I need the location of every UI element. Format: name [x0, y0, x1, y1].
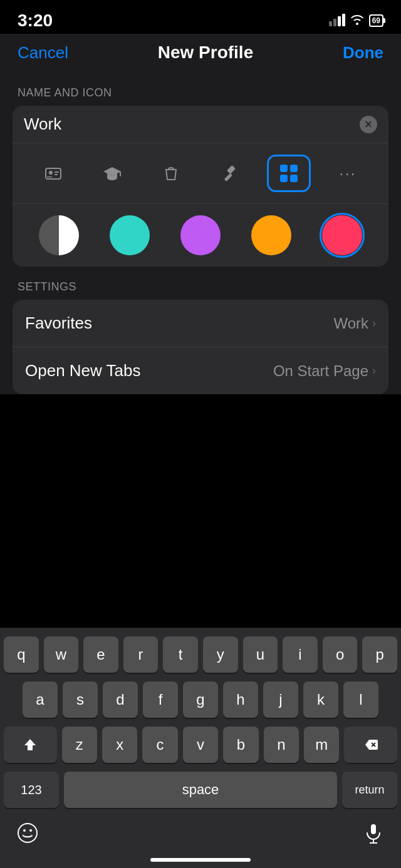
- key-t[interactable]: t: [163, 636, 198, 673]
- key-j[interactable]: j: [263, 682, 298, 718]
- svg-point-18: [29, 829, 32, 832]
- color-row: [13, 204, 388, 267]
- shift-key[interactable]: [4, 727, 57, 763]
- svg-rect-7: [227, 165, 236, 174]
- favorites-label: Favorites: [25, 314, 92, 333]
- keyboard-emoji-mic-bar: [4, 817, 397, 853]
- keyboard-row-2: a s d f g h j k l: [4, 682, 397, 718]
- key-g[interactable]: g: [183, 682, 218, 718]
- open-new-tabs-label: Open New Tabs: [25, 361, 141, 380]
- open-new-tabs-chevron: ›: [372, 364, 376, 377]
- svg-point-1: [49, 171, 53, 175]
- graduation-icon[interactable]: [90, 155, 134, 192]
- name-and-icon-section: NAME AND ICON: [0, 73, 401, 267]
- key-m[interactable]: m: [304, 727, 339, 763]
- key-y[interactable]: y: [203, 636, 238, 673]
- key-r[interactable]: r: [123, 636, 159, 673]
- name-input-row: [13, 106, 388, 143]
- key-p[interactable]: p: [362, 636, 397, 673]
- key-n[interactable]: n: [264, 727, 299, 763]
- home-indicator: [150, 858, 251, 862]
- key-s[interactable]: s: [63, 682, 98, 718]
- svg-rect-10: [290, 165, 298, 172]
- cancel-button[interactable]: Cancel: [18, 43, 68, 63]
- status-icons: 69: [329, 14, 383, 28]
- key-z[interactable]: z: [62, 727, 97, 763]
- key-l[interactable]: l: [343, 682, 378, 718]
- mic-button[interactable]: [362, 822, 385, 847]
- done-button[interactable]: Done: [343, 43, 383, 63]
- shopping-bag-icon[interactable]: [149, 155, 193, 192]
- svg-rect-2: [55, 171, 59, 173]
- orange-color-option[interactable]: [251, 215, 291, 255]
- grid-icon[interactable]: [267, 155, 311, 192]
- favorites-value: Work ›: [333, 315, 376, 332]
- open-new-tabs-value: On Start Page ›: [273, 362, 376, 380]
- spacer: [0, 394, 401, 432]
- keyboard-row-1: q w e r t y u i o p: [4, 636, 397, 673]
- svg-rect-12: [290, 175, 298, 182]
- status-bar: 3:20 69: [0, 0, 401, 34]
- settings-section: SETTINGS Favorites Work › Open New Tabs …: [0, 267, 401, 394]
- return-key[interactable]: return: [342, 772, 397, 808]
- svg-rect-8: [224, 173, 232, 181]
- svg-rect-4: [47, 176, 52, 178]
- key-q[interactable]: q: [4, 636, 39, 673]
- status-time: 3:20: [18, 11, 53, 31]
- numbers-key[interactable]: 123: [4, 772, 59, 808]
- favorites-row[interactable]: Favorites Work ›: [13, 300, 388, 347]
- cyan-color-option[interactable]: [110, 215, 150, 255]
- key-w[interactable]: w: [44, 636, 79, 673]
- name-icon-card: ···: [13, 106, 388, 267]
- svg-point-17: [23, 829, 26, 832]
- settings-label: SETTINGS: [13, 267, 388, 300]
- battery-icon: 69: [369, 14, 383, 27]
- svg-rect-9: [280, 165, 288, 172]
- keyboard: q w e r t y u i o p a s d f g h j k l z …: [0, 628, 401, 868]
- emoji-button[interactable]: [16, 822, 39, 847]
- open-new-tabs-row[interactable]: Open New Tabs On Start Page ›: [13, 347, 388, 394]
- key-f[interactable]: f: [143, 682, 178, 718]
- space-key[interactable]: space: [64, 772, 337, 808]
- svg-rect-11: [280, 175, 288, 182]
- key-b[interactable]: b: [223, 727, 258, 763]
- profile-name-input[interactable]: [24, 115, 360, 134]
- key-d[interactable]: d: [103, 682, 138, 718]
- key-a[interactable]: a: [23, 682, 58, 718]
- icon-row: ···: [13, 143, 388, 204]
- key-i[interactable]: i: [283, 636, 318, 673]
- key-x[interactable]: x: [102, 727, 137, 763]
- key-h[interactable]: h: [223, 682, 258, 718]
- more-icons-button[interactable]: ···: [326, 155, 370, 192]
- key-c[interactable]: c: [142, 727, 177, 763]
- bw-color-option[interactable]: [39, 215, 79, 255]
- favorites-chevron: ›: [372, 317, 376, 330]
- key-e[interactable]: e: [83, 636, 118, 673]
- key-o[interactable]: o: [323, 636, 358, 673]
- key-v[interactable]: v: [183, 727, 218, 763]
- id-card-icon[interactable]: [31, 155, 75, 192]
- clear-input-button[interactable]: [360, 116, 377, 133]
- nav-title: New Profile: [158, 43, 253, 63]
- svg-rect-19: [371, 824, 376, 834]
- settings-card: Favorites Work › Open New Tabs On Start …: [13, 300, 388, 394]
- hammer-icon[interactable]: [208, 155, 252, 192]
- svg-rect-6: [120, 171, 121, 176]
- delete-key[interactable]: [344, 727, 397, 763]
- key-k[interactable]: k: [303, 682, 338, 718]
- name-icon-label: NAME AND ICON: [13, 73, 388, 106]
- keyboard-row-3: z x c v b n m: [4, 727, 397, 763]
- purple-color-option[interactable]: [180, 215, 221, 255]
- svg-marker-5: [103, 167, 121, 176]
- svg-point-16: [18, 824, 37, 842]
- key-u[interactable]: u: [243, 636, 278, 673]
- signal-icon: [329, 15, 345, 26]
- nav-bar: Cancel New Profile Done: [0, 34, 401, 73]
- svg-marker-13: [24, 739, 36, 750]
- keyboard-row-bottom: 123 space return: [4, 772, 397, 808]
- pink-color-option[interactable]: [322, 215, 362, 255]
- svg-rect-3: [55, 174, 58, 175]
- wifi-icon: [350, 14, 364, 28]
